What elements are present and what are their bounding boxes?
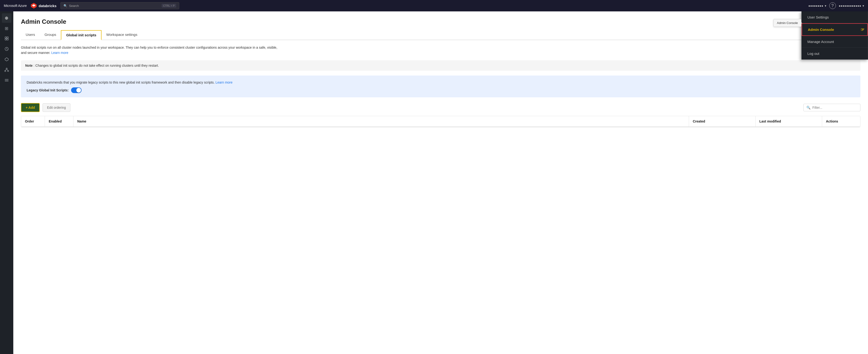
grid-icon: ⊞	[5, 26, 8, 31]
col-order: Order	[21, 116, 45, 127]
search-bar[interactable]: 🔍 Search CTRL + P	[60, 2, 179, 9]
note-box: Note : Changes to global init scripts do…	[21, 60, 860, 71]
topbar-right: ●●●●●●●● ▾ ? ●●●●●●●●●●●● ▾	[808, 2, 864, 9]
info-banner: Databricks recommends that you migrate l…	[21, 75, 860, 97]
sidebar-item-grid[interactable]: ⊞	[2, 24, 11, 33]
models-icon	[4, 57, 9, 63]
workflows-icon	[4, 78, 9, 84]
svg-rect-5	[7, 39, 8, 40]
main-content: Admin Console Users Groups Global init s…	[13, 11, 868, 354]
svg-point-9	[7, 70, 8, 71]
workspace-label: ●●●●●●●●	[808, 4, 823, 8]
toolbar: + Add Edit ordering 🔍	[21, 103, 860, 112]
tab-global-init-scripts[interactable]: Global init scripts	[61, 30, 101, 40]
clusters-icon	[4, 67, 9, 73]
note-text: : Changes to global init scripts do not …	[33, 64, 159, 67]
svg-point-8	[4, 70, 6, 71]
col-last-modified: Last modified	[755, 116, 822, 127]
col-enabled: Enabled	[45, 116, 73, 127]
page-title: Admin Console	[21, 18, 860, 25]
plus-icon: ⊕	[5, 15, 8, 21]
app-layout: ⊕ ⊞	[0, 11, 868, 354]
page-header: Admin Console Users Groups Global init s…	[13, 11, 868, 40]
page-description: Global init scripts run on all cluster n…	[21, 45, 282, 56]
databricks-logo: databricks	[30, 2, 56, 9]
user-chevron-icon: ▾	[863, 4, 864, 8]
tab-workspace-settings[interactable]: Workspace settings	[101, 30, 142, 40]
help-button[interactable]: ?	[829, 2, 836, 9]
help-icon: ?	[831, 3, 834, 8]
svg-point-7	[6, 68, 7, 69]
table-header: Order Enabled Name Created Last modified…	[21, 116, 860, 127]
banner-learn-more-link[interactable]: Learn more	[215, 80, 232, 84]
col-actions: Actions	[822, 116, 860, 127]
search-label: Search	[69, 4, 79, 8]
repos-icon	[4, 36, 9, 42]
sidebar-new-button[interactable]: ⊕	[2, 13, 11, 23]
dropdown-manage-account[interactable]: Manage Account	[802, 36, 868, 48]
filter-input[interactable]	[812, 106, 857, 109]
svg-rect-4	[5, 39, 6, 40]
dropdown-log-out[interactable]: Log out	[802, 48, 868, 59]
brand-section: Microsoft Azure	[4, 4, 27, 8]
dropdown-menu: User Settings Admin Console ☞ Manage Acc…	[801, 11, 868, 60]
sidebar-item-clusters[interactable]	[2, 66, 11, 75]
workspace-selector[interactable]: ●●●●●●●● ▾	[808, 4, 827, 8]
description-learn-more-link[interactable]: Learn more	[51, 51, 68, 55]
admin-console-tooltip: Admin Console	[773, 19, 801, 27]
edit-ordering-button[interactable]: Edit ordering	[42, 103, 70, 112]
topbar: Microsoft Azure databricks 🔍 Search CTRL…	[0, 0, 868, 11]
col-name: Name	[73, 116, 689, 127]
sidebar: ⊕ ⊞	[0, 11, 13, 354]
search-shortcut: CTRL + P	[162, 4, 176, 8]
legacy-toggle-row: Legacy Global Init Scripts:	[27, 87, 855, 93]
user-menu-trigger[interactable]: ●●●●●●●●●●●● ▾	[839, 4, 864, 8]
history-icon	[4, 46, 9, 52]
legacy-toggle[interactable]	[71, 87, 82, 93]
banner-text: Databricks recommends that you migrate l…	[27, 80, 215, 84]
sidebar-item-workflows[interactable]	[2, 76, 11, 85]
legacy-label: Legacy Global Init Scripts:	[27, 87, 69, 93]
page-body: Global init scripts run on all cluster n…	[13, 40, 868, 132]
microsoft-azure-label: Microsoft Azure	[4, 4, 27, 8]
dropdown-admin-console[interactable]: Admin Console ☞	[802, 23, 868, 36]
sidebar-item-repos[interactable]	[2, 34, 11, 44]
sidebar-item-models[interactable]	[2, 55, 11, 65]
sidebar-item-history[interactable]	[2, 45, 11, 54]
tabs: Users Groups Global init scripts Workspa…	[21, 30, 860, 40]
filter-search-icon: 🔍	[806, 106, 810, 109]
filter-input-wrap[interactable]: 🔍	[803, 104, 860, 111]
col-created: Created	[689, 116, 755, 127]
databricks-icon	[30, 2, 37, 9]
table: Order Enabled Name Created Last modified…	[21, 116, 860, 127]
svg-rect-2	[5, 37, 6, 38]
svg-rect-3	[7, 37, 8, 38]
search-icon: 🔍	[63, 4, 67, 8]
add-button[interactable]: + Add	[21, 103, 40, 112]
databricks-label: databricks	[38, 4, 56, 8]
user-label: ●●●●●●●●●●●●	[839, 4, 861, 8]
chevron-down-icon: ▾	[825, 4, 827, 8]
tab-groups[interactable]: Groups	[40, 30, 61, 40]
note-prefix: Note	[25, 64, 33, 67]
dropdown-user-settings[interactable]: User Settings	[802, 11, 868, 23]
tab-users[interactable]: Users	[21, 30, 40, 40]
toggle-knob	[76, 88, 81, 93]
